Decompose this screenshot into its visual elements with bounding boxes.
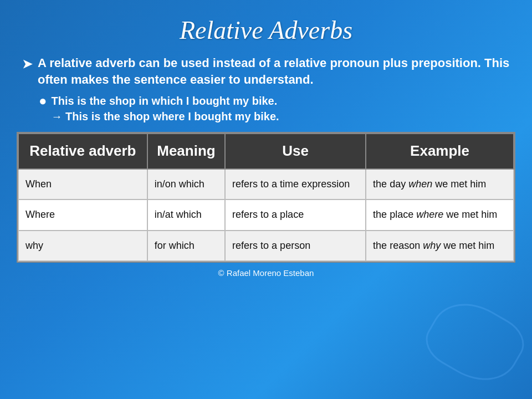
table-row: Where in/at which refers to a place the … xyxy=(18,200,514,230)
adverb-when: When xyxy=(18,169,147,200)
main-bullet: ➤ A relative adverb can be used instead … xyxy=(22,55,510,88)
example-when-end: we met him xyxy=(432,178,486,190)
col-header-adverb: Relative adverb xyxy=(18,134,147,169)
table-row: why for which refers to a person the rea… xyxy=(18,231,514,261)
example-where: the place where we met him xyxy=(366,200,514,230)
example-where-end: we met him xyxy=(443,209,497,220)
bullet-arrow-icon: ➤ xyxy=(22,56,32,73)
example-when-italic: when xyxy=(408,178,432,190)
example-where-plain: the place xyxy=(373,209,416,220)
example-when-plain: the day xyxy=(373,178,408,190)
footer-text: © Rafael Moreno Esteban xyxy=(218,268,314,278)
intro-section: ➤ A relative adverb can be used instead … xyxy=(17,55,515,124)
col-header-meaning: Meaning xyxy=(147,134,225,169)
meaning-why: for which xyxy=(147,231,225,261)
example-where-italic: where xyxy=(416,209,443,220)
col-header-example: Example xyxy=(366,134,514,169)
sub-text-line2: → This is the shop where I bought my bik… xyxy=(52,110,279,122)
content-area: ➤ A relative adverb can be used instead … xyxy=(17,55,515,263)
use-why: refers to a person xyxy=(225,231,366,261)
use-when: refers to a time expression xyxy=(225,169,366,200)
col-header-use: Use xyxy=(225,134,366,169)
table-container: Relative adverb Meaning Use Example When… xyxy=(17,132,515,262)
bullet-dot-icon: ● xyxy=(39,93,47,109)
page-title: Relative Adverbs xyxy=(180,16,352,45)
relative-adverbs-table: Relative adverb Meaning Use Example When… xyxy=(18,133,514,261)
sub-text: This is the shop in which I bought my bi… xyxy=(52,93,279,124)
example-why-plain: the reason xyxy=(373,240,423,251)
sub-bullet: ● This is the shop in which I bought my … xyxy=(22,93,510,124)
table-header-row: Relative adverb Meaning Use Example xyxy=(18,134,514,169)
meaning-when: in/on which xyxy=(147,169,225,200)
table-row: When in/on which refers to a time expres… xyxy=(18,169,514,200)
example-why-italic: why xyxy=(423,240,441,251)
adverb-why: why xyxy=(18,231,147,261)
example-why: the reason why we met him xyxy=(366,231,514,261)
example-why-end: we met him xyxy=(441,240,494,251)
intro-main-text: A relative adverb can be used instead of… xyxy=(38,55,510,88)
sub-text-line1: This is the shop in which I bought my bi… xyxy=(52,95,278,107)
use-where: refers to a place xyxy=(225,200,366,230)
example-when: the day when we met him xyxy=(366,169,514,200)
meaning-where: in/at which xyxy=(147,200,225,230)
adverb-where: Where xyxy=(18,200,147,230)
